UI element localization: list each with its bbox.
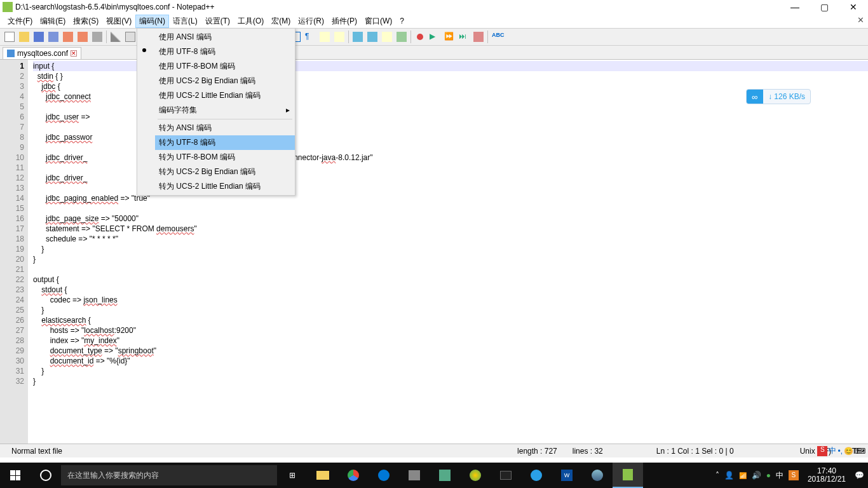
code-line[interactable]: schedule => "* * * * *" [33, 234, 868, 244]
menu-language[interactable]: 语言(L) [169, 15, 201, 28]
ime-lang[interactable]: 中 [829, 445, 836, 456]
doc-map-icon[interactable] [365, 30, 379, 44]
code-line[interactable] [33, 264, 868, 274]
encoding-option[interactable]: 使用 UTF-8-BOM 编码 [155, 59, 295, 74]
code-line[interactable]: } [33, 244, 868, 254]
stop-icon[interactable]: ▶ [428, 30, 442, 44]
notepadpp-icon[interactable] [613, 463, 643, 488]
code-line[interactable]: output { [33, 274, 868, 285]
code-line[interactable]: } [33, 366, 868, 376]
func-list-icon[interactable] [380, 30, 394, 44]
close-file-icon[interactable] [61, 30, 75, 44]
code-line[interactable]: } [33, 254, 868, 264]
tray-volume-icon[interactable]: 🔊 [752, 471, 761, 480]
menu-close-doc[interactable]: ✕ [857, 15, 864, 25]
minimize-button[interactable]: — [780, 0, 810, 14]
terminal-icon[interactable] [491, 463, 521, 488]
chrome-icon[interactable] [338, 463, 369, 488]
code-line[interactable]: } [33, 376, 868, 386]
file-tab[interactable]: mysqltoes.conf ✕ [3, 47, 81, 59]
app2-icon[interactable] [460, 463, 491, 488]
menu-edit[interactable]: 编辑(E) [36, 15, 69, 28]
taskbar-search[interactable]: 在这里输入你要搜索的内容 [61, 465, 277, 485]
tray-clock[interactable]: 17:40 2018/12/21 [804, 467, 850, 484]
ime-emoji[interactable]: 😊 [844, 447, 853, 456]
code-line[interactable]: elasticsearch { [33, 315, 868, 325]
open-file-icon[interactable] [17, 30, 31, 44]
edge-icon[interactable] [369, 463, 399, 488]
spellcheck-icon[interactable]: ABC [490, 30, 504, 44]
tab-close-icon[interactable]: ✕ [71, 50, 77, 57]
print-icon[interactable] [90, 30, 104, 44]
menu-file[interactable]: 文件(F) [4, 15, 36, 28]
store-icon[interactable] [399, 463, 430, 488]
tray-sogou-icon[interactable]: S [789, 470, 799, 480]
encoding-option[interactable]: 使用 UCS-2 Little Endian 编码 [155, 88, 295, 103]
code-line[interactable]: hosts => "localhost:9200" [33, 325, 868, 336]
encoding-option[interactable]: 编码字符集▸ [155, 103, 295, 118]
save-macro-icon[interactable] [471, 30, 485, 44]
download-speed-badge[interactable]: ∞ ↓ 126 KB/s [746, 89, 811, 104]
menu-help[interactable]: ? [396, 15, 408, 27]
play-icon[interactable]: ⏩ [442, 30, 456, 44]
menu-plugins[interactable]: 插件(P) [328, 15, 361, 28]
tray-people-icon[interactable]: 👤 [724, 471, 734, 480]
encoding-option[interactable]: 转为 UTF-8-BOM 编码 [155, 150, 295, 165]
copy-icon[interactable] [123, 30, 137, 44]
photo-icon[interactable] [582, 463, 613, 488]
menu-macro[interactable]: 宏(M) [268, 15, 294, 28]
close-all-icon[interactable] [76, 30, 90, 44]
tray-network-icon[interactable]: 📶 [739, 472, 747, 479]
new-file-icon[interactable] [3, 30, 17, 44]
cortana-icon[interactable] [31, 470, 61, 481]
task-view-icon[interactable]: ⊞ [277, 463, 308, 488]
wps-icon[interactable]: W [552, 463, 582, 488]
tray-ime-icon[interactable]: 中 [776, 470, 783, 481]
code-line[interactable]: index => "my_index" [33, 336, 868, 346]
code-line[interactable]: codec => json_lines [33, 295, 868, 305]
save-icon[interactable] [32, 30, 46, 44]
code-line[interactable]: document_id => "%{id}" [33, 356, 868, 366]
encoding-option[interactable]: 转为 UCS-2 Little Endian 编码 [155, 179, 295, 194]
tray-notifications-icon[interactable]: 💬 [855, 471, 864, 480]
indent-icon[interactable] [318, 30, 332, 44]
encoding-option[interactable]: 使用 UTF-8 编码 [155, 44, 295, 59]
record-icon[interactable] [413, 30, 427, 44]
encoding-option[interactable]: 转为 ANSI 编码 [155, 121, 295, 135]
code-line[interactable]: statement => "SELECT * FROM demousers" [33, 224, 868, 234]
maximize-button[interactable]: ▢ [810, 0, 839, 14]
menu-window[interactable]: 窗口(W) [361, 15, 396, 28]
guides-icon[interactable] [332, 30, 346, 44]
baidu-icon[interactable] [521, 463, 552, 488]
tray-expand-icon[interactable]: ˄ [715, 471, 719, 480]
ime-keyboard-icon[interactable]: ⌨ [855, 447, 865, 456]
menu-search[interactable]: 搜索(S) [69, 15, 102, 28]
show-all-icon[interactable]: ¶ [303, 30, 317, 44]
menu-view[interactable]: 视图(V) [102, 15, 135, 28]
folder-icon[interactable] [351, 30, 365, 44]
encoding-option[interactable]: 使用 ANSI 编码 [155, 30, 295, 44]
monitor-icon[interactable] [395, 30, 409, 44]
menu-run[interactable]: 运行(R) [294, 15, 328, 28]
code-line[interactable]: jdbc_page_size => "50000" [33, 214, 868, 224]
explorer-icon[interactable] [308, 463, 338, 488]
tray-wechat-icon[interactable]: ● [766, 471, 771, 480]
ime-icon[interactable]: S [817, 446, 827, 456]
app1-icon[interactable] [430, 463, 460, 488]
code-line[interactable]: stdout { [33, 285, 868, 295]
cut-icon[interactable] [109, 30, 123, 44]
code-line[interactable] [33, 203, 868, 214]
menu-encoding[interactable]: 编码(N) [135, 15, 169, 28]
menu-settings[interactable]: 设置(T) [201, 15, 234, 28]
menu-tools[interactable]: 工具(O) [234, 15, 268, 28]
encoding-option[interactable]: 使用 UCS-2 Big Endian 编码 [155, 74, 295, 88]
close-button[interactable]: ✕ [839, 0, 868, 14]
save-all-icon[interactable] [46, 30, 60, 44]
ime-punct[interactable]: •, [837, 447, 843, 456]
code-line[interactable]: document_type => "springboot" [33, 346, 868, 356]
start-button[interactable] [0, 463, 31, 488]
encoding-option[interactable]: 转为 UTF-8 编码 [155, 135, 295, 150]
play-multi-icon[interactable]: ⏭ [457, 30, 471, 44]
encoding-option[interactable]: 转为 UCS-2 Big Endian 编码 [155, 165, 295, 179]
code-line[interactable]: } [33, 305, 868, 315]
